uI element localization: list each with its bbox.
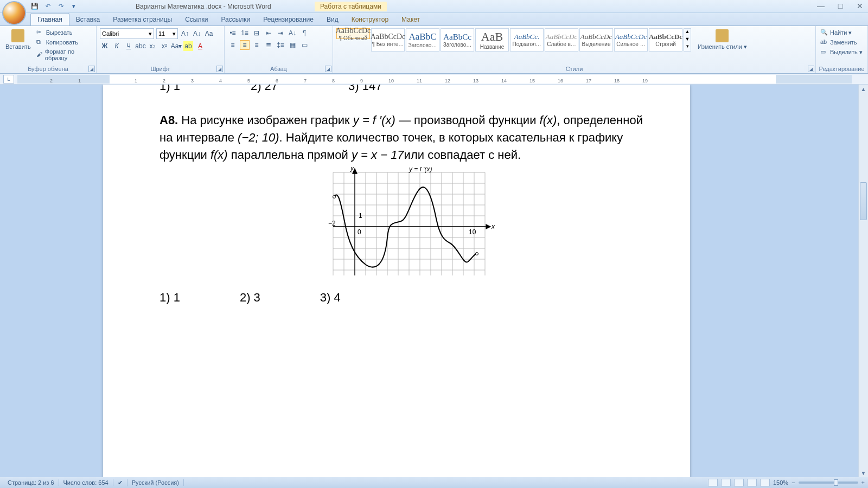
gallery-more-icon[interactable]: ▾ [684,43,691,51]
clear-format-icon[interactable]: Aa [204,29,214,38]
graph-fn-label: y = f ′(x) [409,167,432,173]
find-icon: 🔍 [820,29,828,36]
italic-button[interactable]: К [112,41,122,51]
gallery-up-icon[interactable]: ▲ [684,29,691,36]
zoom-out-button[interactable]: − [792,479,795,486]
strike-button[interactable]: abc [136,41,145,51]
align-right-button[interactable]: ≡ [252,40,261,50]
tab-insert[interactable]: Вставка [69,14,107,25]
scroll-thumb[interactable] [860,182,867,220]
font-size-select[interactable]: 11▾ [156,28,178,39]
para-dialog-launcher[interactable]: ◢ [325,66,331,72]
style-normal[interactable]: AaBbCcDc¶ Обычный [336,28,370,39]
underline-button[interactable]: Ч [124,41,133,51]
change-styles-icon [716,29,729,42]
style-heading2[interactable]: AaBbCcЗаголово… [441,28,474,52]
copy-button[interactable]: ⧉Копировать [35,38,93,47]
q-text-2: — производной функции [395,113,540,127]
styles-dialog-launcher[interactable]: ◢ [808,66,814,72]
style-weak[interactable]: AaBbCcDcСлабое в… [545,28,578,52]
bold-button[interactable]: Ж [100,41,110,51]
tab-review[interactable]: Рецензирование [257,14,320,25]
status-words[interactable]: Число слов: 654 [59,479,113,486]
tab-design[interactable]: Конструктор [345,14,395,25]
view-web[interactable] [734,479,744,486]
view-full-reading[interactable] [721,479,731,486]
document-area[interactable]: 1) 1 2) 27 3) 147 A8. На рисунке изображ… [0,85,868,477]
style-strong[interactable]: AaBbCcDcСильное … [614,28,648,52]
tab-home[interactable]: Главная [30,13,69,25]
font-dialog-launcher[interactable]: ◢ [216,66,223,72]
shading-button[interactable]: ▦ [288,40,297,50]
zoom-slider[interactable] [799,481,858,484]
vertical-scrollbar[interactable]: ▲ ▼ [858,85,868,477]
format-painter-button[interactable]: 🖌Формат по образцу [35,48,93,62]
save-icon[interactable]: 💾 [30,2,39,11]
multilevel-button[interactable]: ⊟ [252,28,261,38]
grow-font-icon[interactable]: A↑ [180,29,190,38]
style-title[interactable]: AaBНазвание [475,28,509,52]
title-bar: 💾 ↶ ↷ ▾ Варианты Математика .docx - Micr… [0,0,868,13]
style-subtitle[interactable]: AaBbCc.Подзагол… [510,28,544,52]
tab-page-layout[interactable]: Разметка страницы [106,14,178,25]
status-language[interactable]: Русский (Россия) [127,479,184,486]
paste-button[interactable]: Вставить [3,28,33,51]
zoom-thumb[interactable] [834,479,838,486]
style-no-spacing[interactable]: AaBbCcDc¶ Без инте… [371,28,405,52]
numbering-button[interactable]: 1≡ [240,28,250,38]
font-name-value: Calibri [102,30,119,37]
style-emphasis[interactable]: AaBbCcDcВыделение [579,28,613,52]
indent-button[interactable]: ⇥ [276,28,285,38]
office-button[interactable] [2,1,26,25]
font-color-button[interactable]: A [195,41,205,51]
horizontal-ruler[interactable]: 2112345678910111213141516171819 [17,75,852,84]
undo-icon[interactable]: ↶ [43,2,52,11]
line-spacing-button[interactable]: ‡≡ [276,40,285,50]
close-button[interactable]: ✕ [855,1,865,11]
replace-button[interactable]: abЗаменить [819,38,864,47]
redo-icon[interactable]: ↷ [56,2,65,11]
find-button[interactable]: 🔍Найти ▾ [819,28,864,37]
shrink-font-icon[interactable]: A↓ [192,29,202,38]
sort-button[interactable]: A↓ [288,28,297,38]
zoom-in-button[interactable]: + [861,479,865,486]
find-label: Найти ▾ [830,29,852,36]
align-center-button[interactable]: ≡ [240,40,250,50]
tab-layout[interactable]: Макет [395,14,426,25]
view-print-layout[interactable] [708,479,718,486]
subscript-button[interactable]: x₂ [148,41,157,51]
highlight-button[interactable]: ab [183,41,193,51]
tab-mailings[interactable]: Рассылки [214,14,257,25]
maximize-button[interactable]: □ [835,1,845,11]
borders-button[interactable]: ▭ [299,40,309,50]
style-strict[interactable]: AaBbCcDcСтрогий [649,28,682,52]
qat-more-icon[interactable]: ▾ [69,2,78,11]
scroll-down-icon[interactable]: ▼ [859,468,868,477]
outdent-button[interactable]: ⇤ [264,28,273,38]
superscript-button[interactable]: x² [159,41,169,51]
bullets-button[interactable]: •≡ [228,28,238,38]
tab-selector[interactable]: L [3,75,14,84]
font-name-select[interactable]: Calibri▾ [100,28,154,39]
tab-references[interactable]: Ссылки [178,14,214,25]
change-case-button[interactable]: Aa▾ [171,41,181,51]
gallery-down-icon[interactable]: ▼ [684,36,691,44]
question-content[interactable]: A8. На рисунке изображен график y = f ′(… [159,112,658,306]
align-left-button[interactable]: ≡ [228,40,238,50]
cut-button[interactable]: ✂Вырезать [35,28,93,37]
style-heading1[interactable]: AaBbCЗаголово… [406,28,439,52]
tab-view[interactable]: Вид [320,14,345,25]
status-proof-icon[interactable]: ✔ [113,479,127,486]
status-page[interactable]: Страница: 2 из 6 [3,479,59,486]
zoom-value[interactable]: 150% [773,479,788,486]
show-marks-button[interactable]: ¶ [299,28,309,38]
clipboard-dialog-launcher[interactable]: ◢ [88,66,95,72]
justify-button[interactable]: ≣ [264,40,273,50]
view-draft[interactable] [760,479,770,486]
group-font: Calibri▾ 11▾ A↑ A↓ Aa Ж К Ч abc x₂ x² Aa… [97,26,225,73]
change-styles-button[interactable]: Изменить стили ▾ [695,28,749,51]
view-outline[interactable] [747,479,757,486]
minimize-button[interactable]: — [816,1,826,11]
scroll-up-icon[interactable]: ▲ [859,85,868,93]
select-button[interactable]: ▭Выделить ▾ [819,48,864,56]
